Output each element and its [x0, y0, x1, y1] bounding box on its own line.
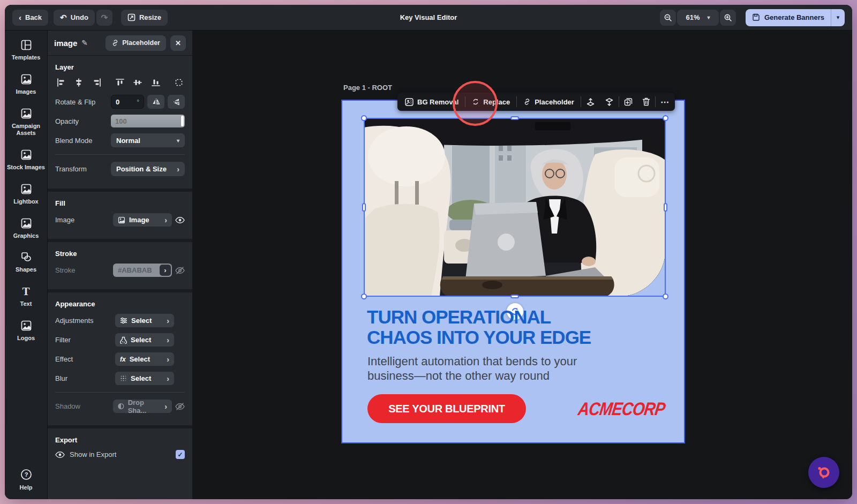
- position-size-button[interactable]: Position & Size ›: [111, 162, 185, 176]
- selection-handle-bottom-right[interactable]: [663, 294, 668, 299]
- filter-icon: [120, 336, 127, 344]
- sidebar-item-stock-images[interactable]: Stock Images: [6, 149, 47, 171]
- more-options-button[interactable]: ⋯: [656, 93, 674, 111]
- shadow-select-button[interactable]: Drop Sha... ›: [113, 400, 172, 413]
- generate-banners-button[interactable]: Generate Banners: [746, 9, 831, 26]
- zoom-level-dropdown[interactable]: 61% ▾: [677, 10, 719, 26]
- banner-headline[interactable]: TURN OPERATIONAL CHAOS INTO YOUR EDGE: [367, 307, 591, 348]
- shadow-value: Drop Sha...: [128, 398, 161, 415]
- effect-row: Effect fx Select ›: [55, 352, 185, 366]
- shadow-visibility-toggle[interactable]: [175, 402, 185, 411]
- align-left-icon[interactable]: [56, 78, 66, 87]
- sidebar-item-templates[interactable]: Templates: [6, 39, 47, 62]
- placeholder-button[interactable]: Placeholder: [106, 35, 166, 51]
- generate-banners-caret[interactable]: ▾: [831, 9, 845, 26]
- bg-removal-icon: [405, 98, 414, 106]
- adjustments-select-button[interactable]: Select ›: [115, 314, 174, 327]
- sidebar-item-shapes[interactable]: Shapes: [6, 251, 47, 274]
- fill-heading: Fill: [55, 199, 185, 207]
- redo-button[interactable]: ↷: [96, 10, 112, 26]
- selection-handle-mid-left[interactable]: [362, 203, 366, 212]
- topbar: ‹ Back ↶ Undo ↷ Resize Key Visual Editor: [5, 5, 852, 31]
- back-button[interactable]: ‹ Back: [12, 10, 48, 26]
- blur-select-button[interactable]: Select ›: [115, 372, 174, 385]
- undo-redo-group: ↶ Undo ↷: [54, 10, 112, 26]
- bg-removal-button[interactable]: BG Removal: [399, 93, 465, 111]
- replace-button[interactable]: Replace: [465, 93, 516, 111]
- shadow-icon: [118, 403, 124, 410]
- caret-down-icon: ▾: [177, 138, 179, 144]
- rotate-flip-label: Rotate & Flip: [55, 98, 95, 106]
- fill-visibility-toggle[interactable]: [175, 216, 185, 224]
- send-backward-button[interactable]: [600, 93, 619, 111]
- toolbar-placeholder-button[interactable]: Placeholder: [517, 93, 581, 111]
- topbar-right: 61% ▾ Generate Banners ▾: [660, 9, 845, 26]
- stroke-color-field[interactable]: #ABABAB ›: [113, 264, 172, 277]
- blend-mode-select[interactable]: Normal ▾: [111, 133, 185, 147]
- image-icon: [20, 183, 32, 195]
- sidebar-item-graphics[interactable]: Graphics: [6, 217, 47, 240]
- sidebar-item-images[interactable]: Images: [6, 73, 47, 96]
- align-bottom-icon[interactable]: [151, 78, 161, 87]
- align-center-horizontal-icon[interactable]: [74, 78, 84, 87]
- banner-photo[interactable]: [364, 118, 666, 297]
- sidebar: Templates Images Campaign Assets Stock I…: [5, 31, 48, 499]
- selection-handle-mid-top[interactable]: [510, 116, 519, 120]
- canvas[interactable]: Page 1 - ROOT: [192, 31, 852, 499]
- text-icon: T: [22, 285, 29, 297]
- fill-image-button[interactable]: Image ›: [113, 213, 172, 227]
- opacity-slider-handle[interactable]: [181, 116, 184, 126]
- sidebar-item-logos[interactable]: Logos: [6, 320, 47, 342]
- banner-subtext[interactable]: Intelligent automation that bends to you…: [367, 354, 577, 383]
- effect-select-button[interactable]: fx Select ›: [115, 352, 174, 366]
- sidebar-item-label: Help: [20, 484, 33, 492]
- opacity-row: Opacity 100: [55, 115, 185, 127]
- align-right-icon[interactable]: [92, 78, 102, 87]
- opacity-slider[interactable]: 100: [111, 115, 185, 127]
- image-icon: [118, 216, 125, 224]
- brand-logo[interactable]: ACMECORP: [576, 398, 666, 419]
- stroke-visibility-toggle[interactable]: [175, 266, 185, 275]
- resize-button[interactable]: Resize: [121, 10, 168, 26]
- banner-artboard[interactable]: TURN OPERATIONAL CHAOS INTO YOUR EDGE In…: [341, 100, 685, 443]
- delete-button[interactable]: [637, 93, 655, 111]
- selection-handle-mid-right[interactable]: [664, 203, 667, 212]
- selection-handle-top-right[interactable]: [663, 115, 668, 121]
- selection-handle-top-left[interactable]: [361, 115, 367, 121]
- align-center-vertical-icon[interactable]: [133, 78, 142, 87]
- bring-forward-button[interactable]: [581, 93, 600, 111]
- selection-handle-mid-bottom[interactable]: [510, 295, 519, 298]
- flip-horizontal-button[interactable]: [147, 95, 164, 109]
- stroke-label: Stroke: [55, 266, 76, 274]
- degree-unit: °: [137, 99, 139, 105]
- tidy-frame-icon[interactable]: [174, 78, 184, 87]
- cta-label: SEE YOUR BLUEPRINT: [388, 403, 505, 415]
- fill-section: Fill Image Image ›: [48, 189, 192, 239]
- sidebar-item-label: Images: [16, 88, 36, 96]
- sidebar-item-lightbox[interactable]: Lightbox: [6, 183, 47, 206]
- app-window: ‹ Back ↶ Undo ↷ Resize Key Visual Editor: [5, 5, 852, 499]
- effect-label: Effect: [55, 355, 73, 363]
- page-frame-label[interactable]: Page 1 - ROOT: [343, 84, 392, 92]
- sidebar-item-campaign-assets[interactable]: Campaign Assets: [6, 108, 47, 138]
- undo-button[interactable]: ↶ Undo: [54, 10, 95, 26]
- rotation-input[interactable]: 0 °: [111, 95, 144, 109]
- zoom-in-button[interactable]: [720, 10, 736, 26]
- rename-icon[interactable]: ✎: [81, 39, 88, 47]
- selection-handle-bottom-left[interactable]: [361, 294, 367, 299]
- stroke-section: Stroke Stroke #ABABAB ›: [48, 239, 192, 289]
- flip-vertical-button[interactable]: [168, 95, 185, 109]
- assistant-button[interactable]: [808, 457, 839, 488]
- rotate-flip-row: Rotate & Flip 0 °: [55, 95, 185, 109]
- align-top-icon[interactable]: [115, 78, 125, 87]
- eye-off-icon: [175, 402, 185, 411]
- filter-select-button[interactable]: Select ›: [115, 333, 174, 347]
- show-in-export-checkbox[interactable]: ✓: [176, 450, 185, 459]
- duplicate-button[interactable]: [619, 93, 637, 111]
- zoom-out-button[interactable]: [660, 10, 676, 26]
- adjustments-icon: [120, 317, 127, 324]
- close-panel-button[interactable]: ✕: [170, 35, 186, 51]
- sidebar-item-text[interactable]: T Text: [6, 285, 47, 308]
- sidebar-item-help[interactable]: ? Help: [6, 468, 47, 492]
- banner-cta-button[interactable]: SEE YOUR BLUEPRINT: [367, 394, 526, 423]
